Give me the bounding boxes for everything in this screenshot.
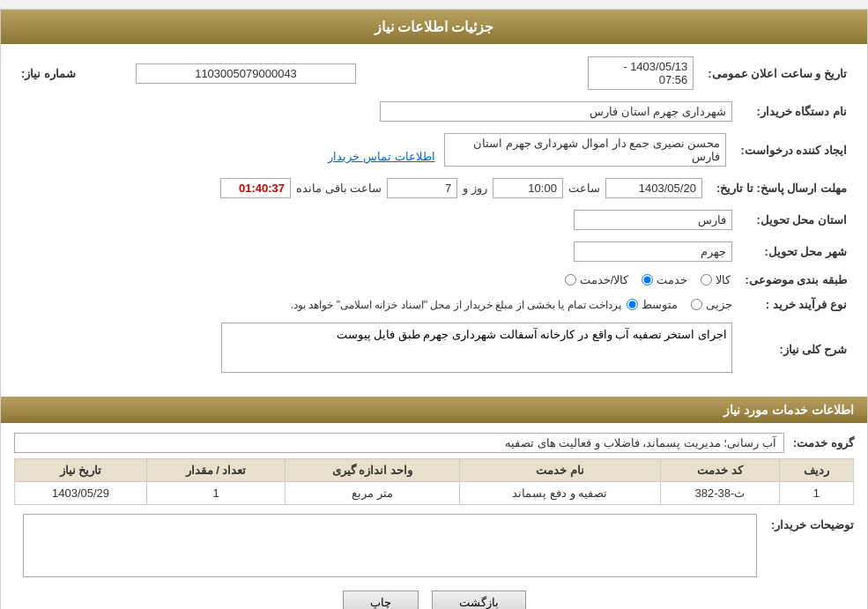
city-label: شهر محل تحویل: (739, 238, 854, 265)
motavaset-label: متوسط (642, 298, 678, 311)
category-khedmat: خدمت (642, 273, 687, 286)
response-time-label: ساعت (568, 182, 600, 195)
category-kala-khedmat-radio[interactable] (565, 274, 576, 286)
city-value: جهرم (574, 241, 732, 262)
page-container: جزئیات اطلاعات نیاز تاریخ و ساعت اعلان ع… (0, 9, 868, 609)
table-row: 1ث-38-382تصفیه و دفع پسماندمتر مربع11403… (15, 482, 854, 505)
col-header-row: ردیف (779, 459, 853, 482)
response-deadline-label: مهلت ارسال پاسخ: تا تاریخ: (709, 175, 854, 202)
print-button[interactable]: چاپ (343, 590, 419, 609)
services-section-header: اطلاعات خدمات مورد نیاز (1, 397, 867, 423)
cell-name: تصفیه و دفع پسماند (459, 482, 660, 505)
purchase-notice: پرداخت تمام یا بخشی از مبلغ خریدار از مح… (291, 299, 621, 311)
khedmat-label: خدمت (657, 273, 687, 286)
category-kala-khedmat: کالا/خدمت (565, 273, 629, 286)
service-group-label: گروه خدمت: (793, 436, 854, 449)
city-table: شهر محل تحویل: جهرم (14, 238, 854, 265)
need-number-value: 1103005079000043 (136, 63, 356, 84)
cell-unit: متر مربع (285, 482, 459, 505)
back-button[interactable]: بازگشت (432, 590, 526, 609)
remaining-label: ساعت باقی مانده (296, 182, 382, 195)
buttons-row: بازگشت چاپ (1, 577, 867, 609)
buyer-desc-row: توضیحات خریدار: (1, 514, 867, 577)
response-date: 1403/05/20 (605, 178, 702, 198)
buyer-org-value: شهرداری جهرم استان فارس (380, 101, 732, 122)
province-value: فارس (574, 210, 732, 230)
top-info-table: تاریخ و ساعت اعلان عمومی: 1403/05/13 - 0… (14, 53, 854, 93)
response-day-label: روز و (463, 182, 487, 195)
cell-quantity: 1 (147, 482, 286, 505)
purchase-radio-group: جزیی متوسط (627, 298, 732, 311)
category-table: طبقه بندی موضوعی: کالا خدمت کالا/خدمت (14, 270, 854, 290)
buyer-org-table: نام دستگاه خریدار: شهرداری جهرم استان فا… (14, 98, 854, 125)
contact-link[interactable]: اطلاعات تماس خریدار (328, 150, 434, 163)
remaining-time: 01:40:37 (220, 178, 291, 198)
service-group-value: آب رسانی؛ مدیریت پسماند، فاضلاب و فعالیت… (14, 433, 784, 453)
cell-date: 1403/05/29 (15, 482, 147, 505)
kala-khedmat-label: کالا/خدمت (580, 273, 629, 286)
buyer-org-label: نام دستگاه خریدار: (739, 98, 854, 125)
col-header-quantity: تعداد / مقدار (147, 459, 286, 482)
category-radio-group: کالا خدمت کالا/خدمت (565, 273, 731, 286)
category-kala: کالا (701, 273, 731, 286)
announce-value: 1403/05/13 - 07:56 (588, 56, 694, 90)
buyer-desc-textarea[interactable] (23, 514, 757, 577)
col-header-date: تاریخ نیاز (15, 459, 147, 482)
need-number-label: شماره نیاز: (14, 53, 129, 93)
cell-code: ث-38-382 (660, 482, 779, 505)
deadline-table: مهلت ارسال پاسخ: تا تاریخ: 1403/05/20 سا… (14, 175, 854, 202)
description-label: شرح کلی نیاز: (739, 319, 854, 379)
creator-table: ایجاد کننده درخواست: محسن نصیری جمع دار … (14, 130, 854, 170)
cell-row: 1 (779, 482, 853, 505)
province-table: استان محل تحویل: فارس (14, 206, 854, 234)
creator-value: محسن نصیری جمع دار اموال شهرداری جهرم اس… (444, 133, 726, 167)
purchase-motavaset: متوسط (627, 298, 678, 311)
category-khedmat-radio[interactable] (642, 274, 653, 286)
jozii-label: جزیی (706, 298, 732, 311)
purchase-type-label: نوع فرآیند خرید : (739, 294, 854, 315)
purchase-jozii-radio[interactable] (691, 299, 702, 310)
col-header-unit: واحد اندازه گیری (285, 459, 459, 482)
service-group-row: گروه خدمت: آب رسانی؛ مدیریت پسماند، فاضل… (1, 427, 867, 458)
purchase-type-table: نوع فرآیند خرید : جزیی متوسط (14, 294, 854, 315)
announce-label: تاریخ و ساعت اعلان عمومی: (701, 53, 854, 93)
services-table: ردیف کد خدمت نام خدمت واحد اندازه گیری ت… (14, 458, 854, 505)
col-header-code: کد خدمت (660, 459, 779, 482)
category-kala-radio[interactable] (701, 274, 712, 286)
col-header-name: نام خدمت (459, 459, 660, 482)
main-info-section: تاریخ و ساعت اعلان عمومی: 1403/05/13 - 0… (1, 44, 867, 392)
kala-label: کالا (716, 273, 731, 286)
creator-label: ایجاد کننده درخواست: (733, 130, 854, 170)
page-title: جزئیات اطلاعات نیاز (1, 10, 867, 44)
response-time: 10:00 (493, 178, 563, 198)
purchase-motavaset-radio[interactable] (627, 299, 638, 310)
response-days: 7 (387, 178, 457, 198)
description-table: شرح کلی نیاز: (14, 319, 854, 379)
description-textarea[interactable] (221, 323, 732, 373)
province-label: استان محل تحویل: (739, 206, 854, 234)
category-label: طبقه بندی موضوعی: (738, 270, 854, 290)
purchase-jozii: جزیی (691, 298, 732, 311)
buyer-desc-label: توضیحات خریدار: (757, 514, 854, 531)
